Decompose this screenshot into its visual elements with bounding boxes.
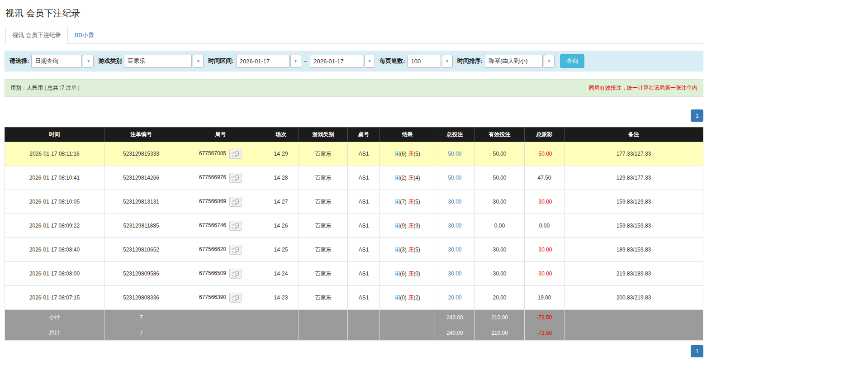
cell-time: 2026-01-17 08:10:05 [5, 190, 104, 214]
date-to-input[interactable] [310, 55, 363, 68]
search-button[interactable]: 查询 [560, 54, 584, 68]
cell-round-id: 677566869 [178, 190, 263, 214]
subtotal-empty-cell [564, 310, 703, 325]
round-number: 677566869 [199, 198, 226, 204]
cell-note: 200.83/219.83 [564, 286, 703, 310]
cell-total-bet[interactable]: 50.00 [435, 166, 475, 190]
cell-total-bet[interactable]: 30.00 [435, 190, 475, 214]
cell-table-no: AS1 [348, 190, 380, 214]
cell-result: 闲(2) 庄(4) [380, 166, 435, 190]
total-bet-link[interactable]: 50.00 [448, 151, 461, 157]
table-row: 2026-01-17 08:07:15523129808336677566390… [5, 286, 703, 310]
summary-currency-count: 币别：人民币 | 总共 :7 注单 | [10, 84, 80, 92]
subtotal-empty-cell [178, 310, 263, 325]
sort-order-input[interactable] [485, 55, 543, 68]
result-player: 闲 [394, 223, 400, 229]
subtotal-empty-cell [348, 310, 380, 325]
cell-valid-bet: 30.00 [475, 262, 525, 286]
date-from-input[interactable] [236, 55, 289, 68]
cell-table-no: AS1 [348, 262, 380, 286]
round-cards-icon[interactable] [229, 197, 242, 207]
page-1-button[interactable]: 1 [691, 109, 703, 122]
subtotal-count: 7 [104, 310, 178, 325]
round-cards-icon[interactable] [229, 269, 242, 279]
tab-bb-tips[interactable]: BB小费 [68, 27, 101, 44]
result-player-score: (7) [400, 199, 407, 205]
date-to-caret-icon[interactable]: ▼ [364, 55, 375, 68]
cell-total-bet[interactable]: 30.00 [435, 238, 475, 262]
total-bet-link[interactable]: 50.00 [448, 175, 461, 181]
page-container: 视讯 会员下注纪录 视讯 会员下注纪录 BB小费 请选择: ▼ 游戏类别 ▼ 时… [0, 0, 703, 366]
sort-order-caret-icon[interactable]: ▼ [544, 55, 555, 68]
cell-payout: -50.00 [525, 142, 564, 166]
cell-table-no: AS1 [348, 166, 380, 190]
total-bet-link[interactable]: 30.00 [448, 223, 461, 229]
betting-records-table: 时间 注单编号 局号 场次 游戏类别 桌号 结果 总投注 有效投注 总派彩 备注… [5, 127, 703, 341]
total-bet-link[interactable]: 30.00 [448, 271, 461, 277]
cell-game-type: 百家乐 [299, 214, 348, 238]
summary-notice: 同局有效投注，统一计算在该局第一张注单内 [589, 84, 697, 92]
total-empty-cell [299, 325, 348, 341]
total-bet-link[interactable]: 20.00 [448, 294, 461, 301]
cell-time: 2026-01-17 08:08:00 [5, 262, 104, 286]
sort-order-label: 时间排序: [457, 57, 483, 65]
cell-total-bet[interactable]: 30.00 [435, 262, 475, 286]
subtotal-payout: -73.50 [525, 310, 564, 325]
result-banker-score: (5) [413, 247, 420, 253]
game-type-input[interactable] [124, 55, 192, 68]
result-player: 闲 [394, 199, 400, 205]
cell-session: 14-29 [263, 142, 299, 166]
date-range-label: 时间区间: [208, 57, 233, 65]
cell-session: 14-24 [263, 262, 299, 286]
table-row: 2026-01-17 08:10:05523129813131677566869… [5, 190, 703, 214]
tab-betting-records[interactable]: 视讯 会员下注纪录 [5, 27, 68, 44]
total-total-bet: 240.00 [435, 325, 475, 341]
header-bet-id: 注单编号 [104, 128, 178, 142]
table-row: 2026-01-17 08:10:41523129814266677566976… [5, 166, 703, 190]
round-cards-icon[interactable] [229, 149, 242, 159]
round-cards-icon[interactable] [229, 293, 242, 303]
tab-bar: 视讯 会员下注纪录 BB小费 [5, 27, 703, 44]
cell-note: 219.83/189.83 [564, 262, 703, 286]
query-type-caret-icon[interactable]: ▼ [83, 55, 94, 68]
query-type-combobox: ▼ [31, 55, 94, 68]
result-player: 闲 [394, 271, 400, 277]
cell-bet-id: 523129813131 [104, 190, 178, 214]
subtotal-label: 小计 [5, 310, 104, 325]
cell-time: 2026-01-17 08:11:16 [5, 142, 104, 166]
table-row: 2026-01-17 08:08:00523129809586677566509… [5, 262, 703, 286]
subtotal-row: 小计 7 240.00 210.00 -73.50 [5, 310, 703, 325]
total-bet-link[interactable]: 30.00 [448, 199, 461, 205]
cell-result: 闲(6) 庄(5) [380, 142, 435, 166]
cell-total-bet[interactable]: 30.00 [435, 214, 475, 238]
total-bet-link[interactable]: 30.00 [448, 247, 461, 253]
date-from-caret-icon[interactable]: ▼ [290, 55, 301, 68]
total-payout: -73.50 [525, 325, 564, 341]
result-player: 闲 [394, 175, 400, 181]
cell-total-bet[interactable]: 50.00 [435, 142, 475, 166]
result-player: 闲 [394, 294, 400, 301]
round-number: 677566509 [199, 270, 226, 276]
pagination-bottom: 1 [5, 345, 703, 357]
cell-note: 189.83/159.83 [564, 238, 703, 262]
table-row: 2026-01-17 08:11:16523129815333677567085… [5, 142, 703, 166]
game-type-caret-icon[interactable]: ▼ [193, 55, 204, 68]
page-size-input[interactable] [408, 55, 441, 68]
query-type-input[interactable] [31, 55, 82, 68]
total-count: 7 [104, 325, 178, 341]
cell-valid-bet: 20.00 [475, 286, 525, 310]
page-size-caret-icon[interactable]: ▼ [442, 55, 453, 68]
cell-note: 159.83/129.83 [564, 190, 703, 214]
header-table-no: 桌号 [348, 128, 380, 142]
round-cards-icon[interactable] [229, 173, 242, 183]
pagination-top: 1 [5, 109, 703, 122]
cell-result: 闲(9) 庄(9) [380, 214, 435, 238]
round-cards-icon[interactable] [229, 221, 242, 231]
result-player-score: (6) [400, 271, 407, 277]
page-title: 视讯 会员下注纪录 [5, 7, 703, 19]
page-1-button[interactable]: 1 [691, 345, 703, 357]
cell-result: 闲(6) 庄(0) [380, 262, 435, 286]
cell-total-bet[interactable]: 20.00 [435, 286, 475, 310]
total-empty-cell [564, 325, 703, 341]
round-cards-icon[interactable] [229, 245, 242, 255]
